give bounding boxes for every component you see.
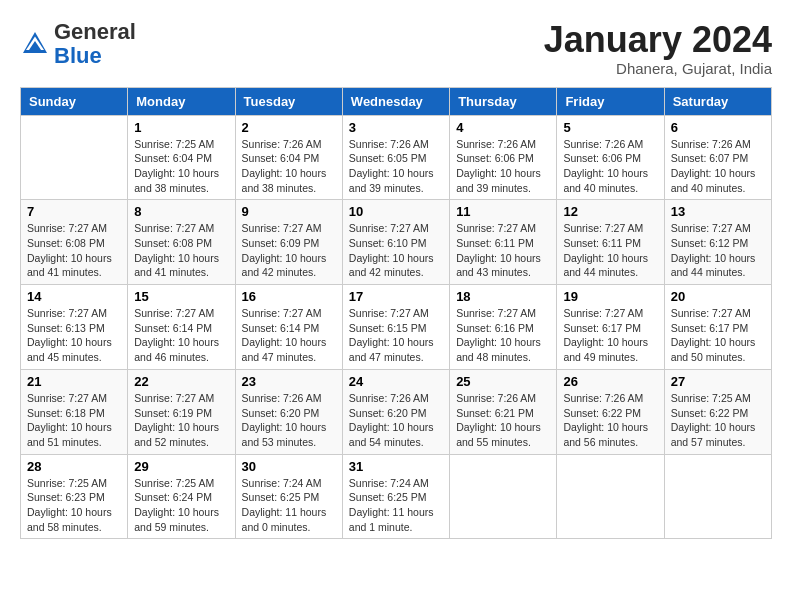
- sunset-text: Sunset: 6:21 PM: [456, 407, 534, 419]
- sunrise-text: Sunrise: 7:27 AM: [563, 307, 643, 319]
- calendar-cell: 7 Sunrise: 7:27 AM Sunset: 6:08 PM Dayli…: [21, 200, 128, 285]
- day-number: 13: [671, 204, 765, 219]
- daylight-text: Daylight: 11 hours and 0 minutes.: [242, 506, 327, 533]
- day-number: 4: [456, 120, 550, 135]
- day-number: 11: [456, 204, 550, 219]
- day-number: 27: [671, 374, 765, 389]
- daylight-text: Daylight: 10 hours and 44 minutes.: [563, 252, 648, 279]
- day-info: Sunrise: 7:26 AM Sunset: 6:04 PM Dayligh…: [242, 137, 336, 196]
- day-info: Sunrise: 7:27 AM Sunset: 6:17 PM Dayligh…: [563, 306, 657, 365]
- header-day-tuesday: Tuesday: [235, 87, 342, 115]
- day-info: Sunrise: 7:24 AM Sunset: 6:25 PM Dayligh…: [242, 476, 336, 535]
- day-number: 2: [242, 120, 336, 135]
- logo-text: General Blue: [54, 20, 136, 68]
- daylight-text: Daylight: 10 hours and 40 minutes.: [563, 167, 648, 194]
- sunrise-text: Sunrise: 7:25 AM: [134, 477, 214, 489]
- sunset-text: Sunset: 6:15 PM: [349, 322, 427, 334]
- calendar-cell: 24 Sunrise: 7:26 AM Sunset: 6:20 PM Dayl…: [342, 369, 449, 454]
- day-number: 21: [27, 374, 121, 389]
- sunrise-text: Sunrise: 7:26 AM: [456, 392, 536, 404]
- calendar-cell: 20 Sunrise: 7:27 AM Sunset: 6:17 PM Dayl…: [664, 285, 771, 370]
- daylight-text: Daylight: 10 hours and 55 minutes.: [456, 421, 541, 448]
- daylight-text: Daylight: 10 hours and 46 minutes.: [134, 336, 219, 363]
- daylight-text: Daylight: 10 hours and 59 minutes.: [134, 506, 219, 533]
- location-subtitle: Dhanera, Gujarat, India: [544, 60, 772, 77]
- day-number: 15: [134, 289, 228, 304]
- calendar-cell: 22 Sunrise: 7:27 AM Sunset: 6:19 PM Dayl…: [128, 369, 235, 454]
- day-info: Sunrise: 7:27 AM Sunset: 6:13 PM Dayligh…: [27, 306, 121, 365]
- calendar-cell: 15 Sunrise: 7:27 AM Sunset: 6:14 PM Dayl…: [128, 285, 235, 370]
- daylight-text: Daylight: 10 hours and 39 minutes.: [349, 167, 434, 194]
- day-info: Sunrise: 7:25 AM Sunset: 6:04 PM Dayligh…: [134, 137, 228, 196]
- calendar-cell: [664, 454, 771, 539]
- week-row-5: 28 Sunrise: 7:25 AM Sunset: 6:23 PM Dayl…: [21, 454, 772, 539]
- daylight-text: Daylight: 10 hours and 57 minutes.: [671, 421, 756, 448]
- sunrise-text: Sunrise: 7:27 AM: [27, 222, 107, 234]
- daylight-text: Daylight: 10 hours and 47 minutes.: [349, 336, 434, 363]
- calendar-cell: 19 Sunrise: 7:27 AM Sunset: 6:17 PM Dayl…: [557, 285, 664, 370]
- sunset-text: Sunset: 6:06 PM: [456, 152, 534, 164]
- sunrise-text: Sunrise: 7:26 AM: [456, 138, 536, 150]
- day-number: 18: [456, 289, 550, 304]
- sunset-text: Sunset: 6:06 PM: [563, 152, 641, 164]
- calendar-cell: 16 Sunrise: 7:27 AM Sunset: 6:14 PM Dayl…: [235, 285, 342, 370]
- day-number: 3: [349, 120, 443, 135]
- header-day-friday: Friday: [557, 87, 664, 115]
- calendar-cell: 4 Sunrise: 7:26 AM Sunset: 6:06 PM Dayli…: [450, 115, 557, 200]
- sunset-text: Sunset: 6:20 PM: [242, 407, 320, 419]
- day-info: Sunrise: 7:26 AM Sunset: 6:22 PM Dayligh…: [563, 391, 657, 450]
- sunrise-text: Sunrise: 7:27 AM: [242, 307, 322, 319]
- day-info: Sunrise: 7:27 AM Sunset: 6:16 PM Dayligh…: [456, 306, 550, 365]
- day-number: 19: [563, 289, 657, 304]
- daylight-text: Daylight: 10 hours and 45 minutes.: [27, 336, 112, 363]
- calendar-cell: 29 Sunrise: 7:25 AM Sunset: 6:24 PM Dayl…: [128, 454, 235, 539]
- sunrise-text: Sunrise: 7:26 AM: [242, 138, 322, 150]
- logo-icon: [20, 29, 50, 59]
- daylight-text: Daylight: 10 hours and 48 minutes.: [456, 336, 541, 363]
- day-info: Sunrise: 7:27 AM Sunset: 6:11 PM Dayligh…: [456, 221, 550, 280]
- header-row: SundayMondayTuesdayWednesdayThursdayFrid…: [21, 87, 772, 115]
- sunrise-text: Sunrise: 7:26 AM: [563, 138, 643, 150]
- day-info: Sunrise: 7:27 AM Sunset: 6:14 PM Dayligh…: [134, 306, 228, 365]
- daylight-text: Daylight: 10 hours and 42 minutes.: [242, 252, 327, 279]
- day-info: Sunrise: 7:26 AM Sunset: 6:20 PM Dayligh…: [242, 391, 336, 450]
- sunset-text: Sunset: 6:19 PM: [134, 407, 212, 419]
- sunset-text: Sunset: 6:22 PM: [671, 407, 749, 419]
- day-info: Sunrise: 7:27 AM Sunset: 6:09 PM Dayligh…: [242, 221, 336, 280]
- daylight-text: Daylight: 10 hours and 53 minutes.: [242, 421, 327, 448]
- sunrise-text: Sunrise: 7:26 AM: [349, 392, 429, 404]
- page-header: General Blue January 2024 Dhanera, Gujar…: [20, 20, 772, 77]
- day-info: Sunrise: 7:26 AM Sunset: 6:06 PM Dayligh…: [456, 137, 550, 196]
- daylight-text: Daylight: 10 hours and 40 minutes.: [671, 167, 756, 194]
- week-row-1: 1 Sunrise: 7:25 AM Sunset: 6:04 PM Dayli…: [21, 115, 772, 200]
- day-info: Sunrise: 7:27 AM Sunset: 6:19 PM Dayligh…: [134, 391, 228, 450]
- daylight-text: Daylight: 10 hours and 39 minutes.: [456, 167, 541, 194]
- day-info: Sunrise: 7:26 AM Sunset: 6:20 PM Dayligh…: [349, 391, 443, 450]
- sunrise-text: Sunrise: 7:27 AM: [671, 307, 751, 319]
- day-info: Sunrise: 7:27 AM Sunset: 6:15 PM Dayligh…: [349, 306, 443, 365]
- day-info: Sunrise: 7:26 AM Sunset: 6:05 PM Dayligh…: [349, 137, 443, 196]
- sunrise-text: Sunrise: 7:27 AM: [349, 222, 429, 234]
- calendar-cell: 25 Sunrise: 7:26 AM Sunset: 6:21 PM Dayl…: [450, 369, 557, 454]
- sunset-text: Sunset: 6:20 PM: [349, 407, 427, 419]
- calendar-cell: [450, 454, 557, 539]
- sunset-text: Sunset: 6:23 PM: [27, 491, 105, 503]
- sunset-text: Sunset: 6:04 PM: [242, 152, 320, 164]
- daylight-text: Daylight: 10 hours and 44 minutes.: [671, 252, 756, 279]
- sunset-text: Sunset: 6:14 PM: [242, 322, 320, 334]
- calendar-cell: 12 Sunrise: 7:27 AM Sunset: 6:11 PM Dayl…: [557, 200, 664, 285]
- sunset-text: Sunset: 6:09 PM: [242, 237, 320, 249]
- sunrise-text: Sunrise: 7:27 AM: [563, 222, 643, 234]
- header-day-sunday: Sunday: [21, 87, 128, 115]
- day-info: Sunrise: 7:27 AM Sunset: 6:08 PM Dayligh…: [134, 221, 228, 280]
- calendar-cell: 27 Sunrise: 7:25 AM Sunset: 6:22 PM Dayl…: [664, 369, 771, 454]
- daylight-text: Daylight: 10 hours and 38 minutes.: [134, 167, 219, 194]
- daylight-text: Daylight: 10 hours and 41 minutes.: [134, 252, 219, 279]
- daylight-text: Daylight: 10 hours and 43 minutes.: [456, 252, 541, 279]
- sunrise-text: Sunrise: 7:26 AM: [563, 392, 643, 404]
- day-number: 28: [27, 459, 121, 474]
- month-year-title: January 2024: [544, 20, 772, 60]
- day-number: 5: [563, 120, 657, 135]
- calendar-cell: 17 Sunrise: 7:27 AM Sunset: 6:15 PM Dayl…: [342, 285, 449, 370]
- sunrise-text: Sunrise: 7:27 AM: [134, 392, 214, 404]
